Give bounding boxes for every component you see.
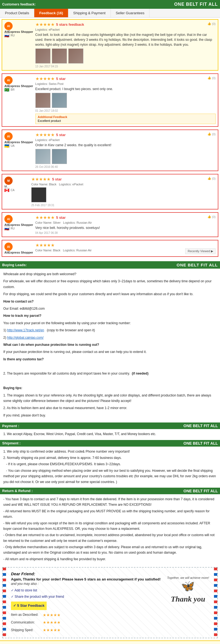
buying-leads-header: Buying Leads: ONE BELT FIT ALL	[0, 261, 220, 269]
additional-feedback-text: Excellent product	[38, 119, 213, 122]
thumb-icon: 👍	[207, 215, 211, 219]
like-count: (0)	[212, 22, 216, 25]
flag-icon: 🇷🇺	[4, 226, 10, 230]
flag-icon: 🇨🇦	[4, 188, 10, 192]
review-images	[35, 149, 216, 164]
review-image	[52, 149, 67, 164]
rating-row: Shipping Sped: ★★★★★	[11, 626, 209, 634]
star-icons: ★★★★★	[35, 76, 55, 81]
track-link-1[interactable]: http://www.17track.net/en	[7, 328, 44, 332]
review-date: 26 Oct 2016 06:40	[35, 165, 216, 168]
return-refund-brand: ONE BELT FIT ALL	[184, 489, 218, 493]
color-logistics-label: Color Name: Silver Logistics: Russian Ai…	[35, 221, 216, 224]
stars-label: 5 stars feedback	[56, 22, 84, 27]
bl-line: How to contact us?	[3, 299, 217, 304]
review-text: Excellent product. I bought two pieces. …	[35, 87, 216, 91]
like-button[interactable]: 👍 (0)	[207, 22, 216, 25]
bl-line: Wholesale and drop shipping are both wel…	[3, 271, 217, 277]
payment-brand: ONE BELT FIT ALL	[184, 424, 218, 428]
review-image	[52, 48, 67, 64]
reviewer-country: 🇷🇺 RU	[4, 226, 33, 230]
review-images	[35, 48, 216, 64]
logistics-label: Logistics: Swiss Post	[35, 82, 216, 85]
like-button[interactable]: 👍 (0)	[207, 215, 216, 219]
return-line: - Only defective merchandises are subjec…	[3, 544, 217, 556]
country-code: CA	[11, 189, 15, 192]
color-logistics-label: Color Name: Black Logistics: ePacket	[31, 183, 216, 186]
review-card: AI AliExpress Shopper 🇺🇦 UA ★★★★★ 5 star…	[2, 130, 218, 171]
track-link-2[interactable]: http://global.cainiao.com/	[7, 336, 44, 340]
additional-feedback-title: Additional Feedback	[38, 115, 213, 119]
reviewer-name: AliExpress Shopper	[4, 84, 33, 88]
like-count: (0)	[212, 76, 216, 80]
flag-icon: 🇷🇺	[4, 33, 10, 37]
reviewer-name: AliExpress Shopper	[4, 251, 33, 254]
buying-leads-brand: ONE BELT FIT ALL	[177, 263, 218, 267]
star-icons: ★★★★★	[35, 22, 55, 27]
review-images	[31, 187, 216, 202]
country-code: UA	[11, 144, 15, 147]
country-code: RU	[11, 227, 15, 230]
bl-line	[3, 378, 217, 384]
shipment-section: Shipment : ONE BELT FIT ALL 1. We only s…	[0, 440, 220, 488]
rating-row: Communication: ★★★★★	[11, 619, 209, 626]
tab-product-details[interactable]: Product Details	[0, 9, 34, 17]
return-refund-content: - You have 3 days to contact us and 7 da…	[0, 494, 220, 565]
butterfly-icon: 🦋	[167, 580, 209, 593]
reviewer-country: 🇨🇦 CA	[4, 188, 29, 192]
review-image	[68, 48, 83, 64]
bl-line: For drop shipping, we could send the goo…	[3, 291, 217, 297]
stars-label: 5 star	[52, 177, 62, 181]
bl-line: 1) http://www.17track.net/en (copy to th…	[3, 327, 217, 333]
shipment-line: 1. We only ship to confirmed order addre…	[3, 449, 217, 454]
like-button[interactable]: 👍 (0)	[207, 177, 216, 180]
star-icons: ★★★★★	[35, 132, 55, 137]
tab-shipping-payment[interactable]: Shipping & Payment	[68, 9, 111, 17]
shipment-line: - If it is urgent, please choose EMS/DHL…	[3, 461, 217, 467]
review-text: Cool belt. to look at all well. the clas…	[35, 32, 216, 47]
review-card: AI AliExpress Shopper 🇷🇺 RU ★★★★★ 5 star…	[2, 212, 218, 237]
reviewer-country: 🇷🇺 RU	[4, 33, 33, 37]
shipment-title: Shipment :	[2, 441, 184, 445]
like-button[interactable]: 👍 (0)	[207, 132, 216, 136]
additional-feedback-block: Additional Feedback Excellent product	[35, 114, 216, 124]
avatar: AI	[4, 132, 13, 140]
thumb-icon: 👍	[207, 22, 211, 25]
review-text: Order in Kiev came 2 weeks. the quality …	[35, 143, 216, 148]
like-count: (0)	[212, 133, 216, 136]
rating-row: Item as Described: ★★★★★	[11, 611, 209, 619]
like-button[interactable]: 👍 (0)	[207, 76, 216, 80]
bl-line: 2) http://global.cainiao.com/	[3, 335, 217, 340]
reviewer-country: 🇺🇦 UA	[4, 144, 33, 148]
tab-seller-guarantees[interactable]: Seller Guarantees	[111, 9, 150, 17]
like-count: (0)	[212, 215, 216, 219]
bl-line: For wholesale, we will offer discount or…	[3, 278, 217, 290]
tab-feedback[interactable]: Feedback (16)	[34, 9, 68, 17]
rating-stars: ★★★★★	[43, 611, 61, 619]
thumb-icon: 👍	[207, 177, 211, 180]
payment-header: Payment : ONE BELT FIT ALL	[0, 422, 220, 429]
recently-viewed-button[interactable]: Recently Viewed ▶	[185, 248, 216, 254]
thumb-icon: 👍	[207, 76, 211, 80]
return-refund-section: Return & Refund : ONE BELT FIT ALL - You…	[0, 488, 220, 565]
flag-icon: 🇧🇷	[4, 88, 10, 91]
review-text: Very nice belt. horoshy prodovets. sovet…	[35, 225, 216, 230]
reviewer-name: M.	[4, 185, 29, 188]
payment-title: Payment :	[2, 424, 184, 428]
buying-leads-section: Buying Leads: ONE BELT FIT ALL Wholesale…	[0, 261, 220, 422]
ty-right-side: Together, we will achieve more! 🦋 Thank …	[167, 576, 209, 603]
review-image	[31, 187, 46, 202]
star-icons: ★★★★★	[31, 177, 50, 182]
reviews-section: AI AliExpress Shopper 🇷🇺 RU ★★★★★ 5 star…	[0, 18, 220, 261]
avatar: AI	[4, 243, 13, 251]
country-code: RU	[11, 34, 15, 37]
thank-you-card: Dear Friend: Again, Thanks for your orde…	[2, 567, 218, 638]
return-refund-title: Return & Refund :	[2, 489, 184, 493]
bl-line: How to track my parcel?	[3, 313, 217, 318]
shipment-brand: ONE BELT FIT ALL	[184, 441, 218, 445]
thumb-icon: 👍	[207, 132, 211, 136]
stars-label: 5 star	[56, 77, 66, 81]
return-line: - All returned items MUST BE in the orig…	[3, 508, 217, 520]
payment-section: Payment : ONE BELT FIT ALL 1. We accept …	[0, 422, 220, 440]
return-refund-header: Return & Refund : ONE BELT FIT ALL	[0, 488, 220, 494]
